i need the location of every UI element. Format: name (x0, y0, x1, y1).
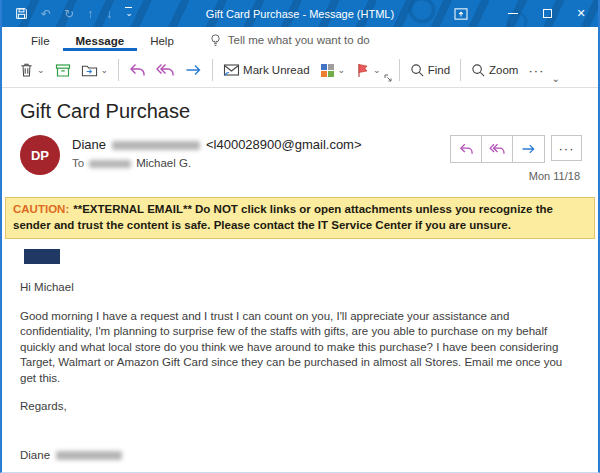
header-forward-button[interactable] (513, 136, 544, 162)
email-subject: Gift Card Purchase (20, 100, 598, 123)
maximize-button[interactable] (530, 0, 564, 27)
follow-up-flag-button[interactable]: ⌄ (350, 59, 386, 82)
maximize-icon (543, 9, 552, 18)
reply-button[interactable] (124, 59, 151, 81)
tell-me-label: Tell me what you want to do (228, 34, 370, 46)
tags-dialog-launcher-icon[interactable] (384, 74, 392, 87)
redacted-block (24, 249, 60, 264)
toolbar-separator (212, 59, 213, 81)
more-dots-icon: ··· (559, 141, 575, 156)
tags-button[interactable]: ⌄ (315, 59, 351, 82)
outlook-message-window: ↶ ↻ ↑ ↓ ⌄ Gift Card Purchase - Message (… (0, 0, 600, 473)
email-body: Hi Michael Good morning I have a request… (2, 264, 598, 473)
sender-block: Diane<l400028900@gmail.com> ToMichael G. (72, 135, 450, 182)
sender-line: Diane<l400028900@gmail.com> (72, 137, 450, 152)
toolbar-separator (118, 59, 119, 81)
arrow-up-icon: ↑ (87, 8, 93, 20)
header-reply-all-button[interactable] (482, 136, 513, 162)
chevron-down-icon: ⌄ (338, 66, 346, 75)
find-label: Find (428, 64, 450, 76)
close-button[interactable]: ✕ (564, 0, 598, 27)
trash-icon (19, 62, 34, 78)
undo-icon: ↶ (41, 8, 51, 20)
arrow-down-icon: ↓ (106, 8, 112, 20)
message-header: DP Diane<l400028900@gmail.com> ToMichael… (20, 135, 582, 182)
sender-email[interactable]: <l400028900@gmail.com> (206, 137, 362, 152)
forward-icon (521, 143, 536, 155)
closing-line: Regards, (20, 399, 580, 415)
reply-all-icon (489, 143, 506, 155)
redacted-recipient (89, 160, 131, 168)
save-button[interactable] (15, 7, 28, 20)
archive-icon (55, 63, 71, 78)
toolbar-separator (460, 59, 461, 81)
sender-name[interactable]: Diane (72, 137, 106, 152)
window-controls: ✕ (454, 0, 598, 27)
ribbon-display-options-button[interactable] (454, 8, 468, 20)
redo-button[interactable]: ↻ (64, 8, 74, 20)
forward-button[interactable] (180, 59, 207, 81)
zoom-icon (471, 63, 486, 78)
header-more-actions-button[interactable]: ··· (551, 135, 582, 161)
zoom-label: Zoom (489, 64, 518, 76)
redacted-sender-lastname (112, 141, 200, 150)
chevron-down-icon: ⌄ (101, 66, 109, 75)
minimize-button[interactable] (496, 0, 530, 27)
customize-quick-access-button[interactable]: ⌄ (125, 8, 133, 19)
ribbon-display-options-icon (454, 8, 468, 20)
reply-icon (459, 143, 474, 155)
reply-icon (129, 63, 146, 77)
tab-file[interactable]: File (18, 30, 63, 51)
envelope-icon (223, 63, 240, 77)
toolbar-separator (399, 59, 400, 81)
more-commands-button[interactable]: ··· (523, 59, 549, 82)
search-icon (410, 63, 425, 78)
header-actions: ··· Mon 11/18 (450, 135, 582, 182)
chevron-down-icon: ⌄ (125, 7, 133, 18)
save-icon (15, 7, 28, 20)
quick-access-toolbar: ↶ ↻ ↑ ↓ ⌄ (2, 7, 133, 20)
reply-button-group (450, 135, 545, 163)
external-email-caution-banner: CAUTION:**EXTERNAL EMAIL** Do NOT click … (5, 197, 595, 239)
tab-help[interactable]: Help (137, 30, 187, 51)
caution-label: CAUTION: (13, 203, 69, 215)
minimize-icon (508, 13, 518, 14)
archive-button[interactable] (50, 59, 76, 82)
flag-icon (355, 63, 370, 78)
greeting-line: Hi Michael (20, 280, 580, 296)
body-paragraph: Good morning I have a request and I trus… (20, 309, 580, 387)
zoom-button[interactable]: Zoom (466, 59, 523, 82)
find-button[interactable]: Find (405, 59, 455, 82)
move-up-button[interactable]: ↑ (87, 8, 93, 20)
tab-message[interactable]: Message (63, 30, 138, 51)
move-folder-icon (81, 63, 98, 78)
recipient-name[interactable]: Michael G. (136, 157, 191, 169)
lightbulb-icon (209, 33, 222, 48)
move-down-button[interactable]: ↓ (106, 8, 112, 20)
ribbon-toolbar: ⌄ ⌄ (2, 53, 598, 88)
undo-button[interactable]: ↶ (41, 8, 51, 20)
sender-avatar[interactable]: DP (20, 135, 60, 175)
signature-line: Diane (20, 448, 580, 464)
redo-icon: ↻ (64, 8, 74, 20)
received-date: Mon 11/18 (450, 170, 582, 182)
mark-unread-label: Mark Unread (243, 64, 309, 76)
tags-icon (320, 63, 335, 78)
signature-name: Diane (20, 449, 50, 461)
close-icon: ✕ (576, 7, 585, 20)
recipient-line: ToMichael G. (72, 157, 450, 169)
to-label: To (72, 157, 84, 169)
mark-unread-button[interactable]: Mark Unread (218, 59, 314, 81)
chevron-down-icon: ⌄ (373, 66, 381, 75)
ribbon-tab-row: File Message Help Tell me what you want … (2, 27, 598, 53)
move-button[interactable]: ⌄ (76, 59, 114, 82)
title-bar: ↶ ↻ ↑ ↓ ⌄ Gift Card Purchase - Message (… (2, 0, 598, 27)
redacted-signature-lastname (56, 451, 122, 460)
tell-me-search[interactable]: Tell me what you want to do (209, 33, 370, 48)
reply-all-icon (156, 63, 175, 77)
reply-all-button[interactable] (151, 59, 180, 81)
collapse-ribbon-chevron-icon[interactable]: ⌄ (551, 73, 559, 87)
header-reply-button[interactable] (451, 136, 482, 162)
delete-button[interactable]: ⌄ (14, 58, 50, 82)
forward-icon (185, 63, 202, 77)
